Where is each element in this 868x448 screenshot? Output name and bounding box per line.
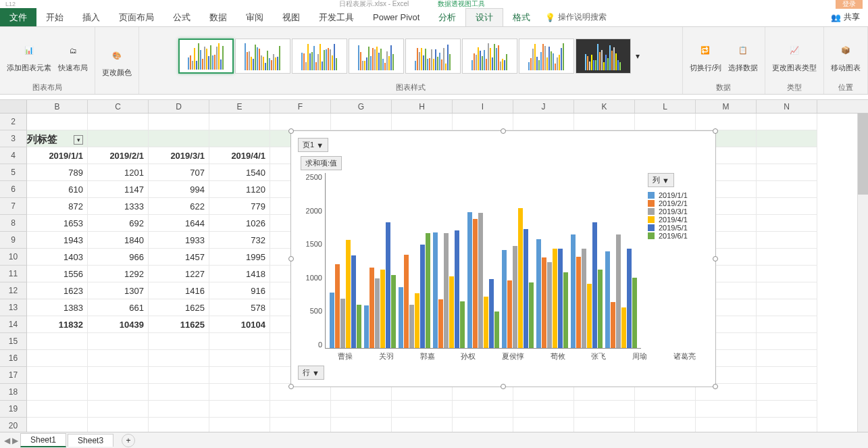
cell[interactable]: 789 [27, 164, 88, 181]
cell[interactable]: 列标签▾ [27, 130, 88, 147]
cell[interactable]: 1556 [27, 266, 88, 282]
cell[interactable] [757, 384, 817, 401]
cell[interactable] [88, 114, 149, 130]
share-button[interactable]: 👥 共享 [831, 8, 868, 26]
tell-me-search[interactable]: 💡 操作说明搜索 [545, 8, 607, 26]
cell[interactable] [757, 350, 817, 367]
bar[interactable] [369, 268, 374, 348]
pivot-row-filter[interactable]: 行 ▼ [298, 366, 324, 380]
switch-rowcol-button[interactable]: 🔁 切换行/列 [688, 39, 723, 74]
bar-group[interactable] [433, 173, 465, 348]
cell[interactable] [149, 350, 209, 367]
row-header[interactable]: 13 [0, 299, 27, 316]
bar[interactable] [330, 293, 334, 348]
cell[interactable] [392, 401, 453, 418]
bar[interactable] [507, 280, 512, 348]
tab-dev[interactable]: 开发工具 [309, 8, 363, 26]
cell[interactable]: 1147 [88, 181, 149, 198]
bar[interactable] [571, 234, 576, 348]
cell[interactable] [88, 367, 149, 384]
cell[interactable]: 10104 [209, 316, 270, 333]
cell[interactable] [757, 401, 817, 418]
column-header[interactable]: L [635, 100, 696, 113]
move-chart-button[interactable]: 📦 移动图表 [829, 39, 862, 74]
cell[interactable] [392, 114, 453, 130]
bar[interactable] [621, 307, 626, 348]
cell[interactable] [149, 384, 209, 401]
cell[interactable] [270, 401, 331, 418]
bar[interactable] [473, 219, 478, 348]
bar[interactable] [386, 222, 390, 348]
bar[interactable] [592, 222, 597, 348]
cell[interactable] [757, 130, 817, 147]
cell[interactable] [27, 114, 88, 130]
bar[interactable] [467, 212, 472, 348]
column-header[interactable]: B [27, 100, 88, 113]
bar-group[interactable] [502, 173, 534, 348]
row-header[interactable]: 8 [0, 215, 27, 232]
bar[interactable] [542, 257, 546, 348]
cell[interactable]: 1418 [209, 266, 270, 282]
cell[interactable]: 1383 [27, 299, 88, 316]
cell[interactable]: 916 [209, 282, 270, 299]
cell[interactable]: 2019/4/1 [209, 147, 270, 164]
bar[interactable] [375, 278, 380, 348]
cell[interactable] [88, 333, 149, 350]
cell[interactable] [696, 401, 757, 418]
legend-item[interactable]: 2019/2/1 [648, 199, 709, 207]
tab-formulas[interactable]: 公式 [163, 8, 200, 26]
sheet-tab-sheet3[interactable]: Sheet3 [68, 434, 113, 447]
row-header[interactable]: 12 [0, 282, 27, 299]
bar[interactable] [357, 305, 361, 348]
bar[interactable] [455, 230, 459, 348]
row-header[interactable]: 3 [0, 130, 27, 147]
change-colors-button[interactable]: 🎨 更改颜色 [101, 43, 133, 79]
bar-group[interactable] [605, 173, 637, 348]
cell[interactable] [757, 299, 817, 316]
cell[interactable]: 994 [149, 181, 209, 198]
bar[interactable] [563, 272, 568, 348]
cell[interactable]: 1227 [149, 266, 209, 282]
tab-view[interactable]: 视图 [273, 8, 309, 26]
resize-handle[interactable] [713, 128, 718, 134]
column-header[interactable]: H [392, 100, 453, 113]
cell[interactable] [453, 401, 513, 418]
cell[interactable] [696, 114, 757, 130]
cell[interactable] [209, 333, 270, 350]
bar[interactable] [611, 302, 615, 348]
column-header[interactable]: J [513, 100, 574, 113]
cell[interactable]: 11832 [27, 316, 88, 333]
cell[interactable]: 1307 [88, 282, 149, 299]
cell[interactable] [574, 401, 635, 418]
resize-handle[interactable] [501, 384, 506, 389]
cell[interactable]: 1416 [149, 282, 209, 299]
cell[interactable] [27, 401, 88, 418]
cell[interactable] [757, 198, 817, 215]
bar[interactable] [404, 255, 409, 348]
row-header[interactable]: 5 [0, 164, 27, 181]
bar[interactable] [364, 305, 369, 348]
chart-style-thumb[interactable] [349, 39, 404, 74]
cell[interactable]: 1292 [88, 266, 149, 282]
cell[interactable] [331, 114, 392, 130]
cell[interactable]: 1840 [88, 232, 149, 249]
row-header[interactable]: 17 [0, 367, 27, 384]
chart-style-thumb[interactable] [519, 39, 574, 74]
change-chart-type-button[interactable]: 📈 更改图表类型 [771, 39, 818, 74]
bar[interactable] [478, 213, 483, 348]
bar[interactable] [598, 270, 603, 348]
cell[interactable] [209, 350, 270, 367]
cell[interactable]: 1120 [209, 181, 270, 198]
cell[interactable] [88, 130, 149, 147]
bar[interactable] [518, 208, 523, 348]
cell[interactable] [757, 266, 817, 282]
cell[interactable] [574, 114, 635, 130]
bar[interactable] [335, 264, 340, 348]
cell[interactable] [27, 350, 88, 367]
chart-style-thumb[interactable] [462, 39, 517, 74]
cell[interactable]: 1653 [27, 215, 88, 232]
pivot-column-filter[interactable]: 列 ▼ [648, 173, 674, 187]
filter-dropdown-icon[interactable]: ▾ [74, 135, 83, 145]
cell[interactable]: 1457 [149, 249, 209, 266]
row-header[interactable]: 15 [0, 333, 27, 350]
